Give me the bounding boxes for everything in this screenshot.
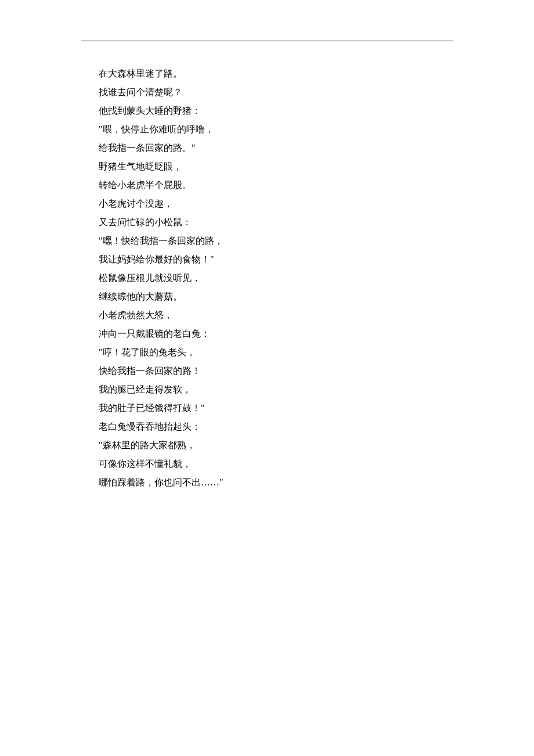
poem-line: 我让妈妈给你最好的食物！" (99, 250, 453, 269)
document-page: 在大森林里迷了路。 找谁去问个清楚呢？ 他找到蒙头大睡的野猪： "喂，快停止你难… (0, 0, 534, 492)
poem-line: 又去问忙碌的小松鼠： (99, 213, 453, 232)
poem-line: 冲向一只戴眼镜的老白兔： (99, 325, 453, 343)
poem-line: "哼！花了眼的兔老头， (99, 343, 453, 362)
poem-line: 松鼠像压根儿就没听见， (99, 269, 453, 287)
poem-line: 在大森林里迷了路。 (99, 64, 453, 83)
poem-line: 我的肚子已经饿得打鼓！" (99, 399, 453, 417)
poem-body: 在大森林里迷了路。 找谁去问个清楚呢？ 他找到蒙头大睡的野猪： "喂，快停止你难… (81, 64, 453, 492)
poem-line: 哪怕踩着路，你也问不出……" (99, 473, 453, 492)
poem-line: 给我指一条回家的路。" (99, 139, 453, 157)
poem-line: 小老虎讨个没趣， (99, 195, 453, 213)
poem-line: 他找到蒙头大睡的野猪： (99, 102, 453, 120)
poem-line: "喂，快停止你难听的呼噜， (99, 120, 453, 139)
poem-line: 小老虎勃然大怒， (99, 306, 453, 325)
poem-line: "嘿！快给我指一条回家的路， (99, 232, 453, 250)
poem-line: 找谁去问个清楚呢？ (99, 83, 453, 102)
poem-line: 老白兔慢吞吞地抬起头： (99, 417, 453, 436)
poem-line: "森林里的路大家都熟， (99, 436, 453, 455)
poem-line: 快给我指一条回家的路！ (99, 362, 453, 380)
header-divider (81, 41, 453, 41)
poem-line: 转给小老虎半个屁股。 (99, 176, 453, 195)
poem-line: 继续晾他的大蘑菇。 (99, 287, 453, 306)
poem-line: 可像你这样不懂礼貌， (99, 455, 453, 473)
poem-line: 我的腿已经走得发软， (99, 380, 453, 399)
poem-line: 野猪生气地眨眨眼， (99, 157, 453, 176)
